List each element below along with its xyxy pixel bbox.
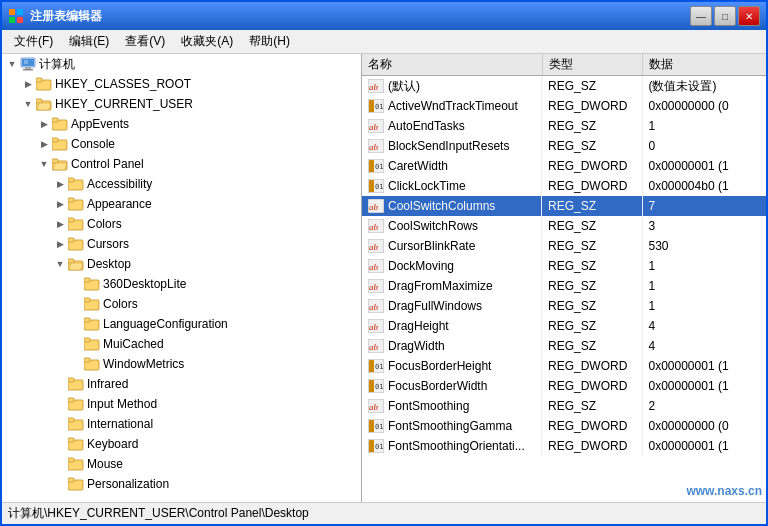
menu-item[interactable]: 编辑(E)	[61, 31, 117, 52]
tree-item[interactable]: ▶ Cursors	[2, 234, 361, 254]
expand-icon[interactable]: ▶	[52, 236, 68, 252]
table-row[interactable]: ab AutoEndTasksREG_SZ1	[362, 116, 766, 136]
tree-item-label: 计算机	[39, 56, 75, 73]
table-row[interactable]: ab DragFromMaximizeREG_SZ1	[362, 276, 766, 296]
tree-item[interactable]: 360DesktopLite	[2, 274, 361, 294]
ab-icon: ab	[368, 79, 386, 93]
tree-item[interactable]: ▼ HKEY_CURRENT_USER	[2, 94, 361, 114]
tree-item[interactable]: ▶ AppEvents	[2, 114, 361, 134]
table-row[interactable]: ab (默认)REG_SZ(数值未设置)	[362, 76, 766, 97]
expand-icon[interactable]	[68, 276, 84, 292]
cell-type: REG_SZ	[542, 296, 642, 316]
tree-item[interactable]: Colors	[2, 294, 361, 314]
column-header-2[interactable]: 数据	[642, 54, 766, 76]
expand-icon[interactable]	[52, 416, 68, 432]
table-row[interactable]: 01 FontSmoothingGammaREG_DWORD0x00000000…	[362, 416, 766, 436]
tree-item[interactable]: Input Method	[2, 394, 361, 414]
table-row[interactable]: ab DragFullWindowsREG_SZ1	[362, 296, 766, 316]
tree-item[interactable]: ▶ Accessibility	[2, 174, 361, 194]
tree-item[interactable]: ▼ Desktop	[2, 254, 361, 274]
tree-item[interactable]: MuiCached	[2, 334, 361, 354]
tree-item[interactable]: Personalization	[2, 474, 361, 494]
expand-icon[interactable]: ▼	[20, 96, 36, 112]
expand-icon[interactable]	[68, 356, 84, 372]
svg-rect-19	[52, 159, 58, 163]
expand-icon[interactable]	[52, 476, 68, 492]
tree-item[interactable]: ▶ Colors	[2, 214, 361, 234]
expand-icon[interactable]: ▶	[20, 76, 36, 92]
maximize-button[interactable]: □	[714, 6, 736, 26]
expand-icon[interactable]: ▶	[52, 196, 68, 212]
expand-icon[interactable]: ▶	[52, 176, 68, 192]
table-row[interactable]: 01 FocusBorderWidthREG_DWORD0x00000001 (…	[362, 376, 766, 396]
expand-icon[interactable]: ▼	[4, 56, 20, 72]
expand-icon[interactable]: ▶	[36, 116, 52, 132]
tree-item[interactable]: WindowMetrics	[2, 354, 361, 374]
table-row[interactable]: 01 ActiveWndTrackTimeoutREG_DWORD0x00000…	[362, 96, 766, 116]
expand-icon[interactable]: ▼	[52, 256, 68, 272]
menu-item[interactable]: 帮助(H)	[241, 31, 298, 52]
expand-icon[interactable]	[52, 376, 68, 392]
minimize-button[interactable]: —	[690, 6, 712, 26]
svg-text:ab: ab	[369, 322, 379, 332]
table-row[interactable]: 01 ClickLockTimeREG_DWORD0x000004b0 (1	[362, 176, 766, 196]
close-button[interactable]: ✕	[738, 6, 760, 26]
expand-icon[interactable]	[68, 316, 84, 332]
table-row[interactable]: ab DockMovingREG_SZ1	[362, 256, 766, 276]
table-row[interactable]: ab CursorBlinkRateREG_SZ530	[362, 236, 766, 256]
table-row[interactable]: ab DragWidthREG_SZ4	[362, 336, 766, 356]
tree-item[interactable]: International	[2, 414, 361, 434]
expand-icon[interactable]: ▼	[36, 156, 52, 172]
svg-text:01: 01	[375, 103, 383, 111]
title-bar: 注册表编辑器 — □ ✕	[2, 2, 766, 30]
tree-item[interactable]: ▼ Control Panel	[2, 154, 361, 174]
cell-name: ab DragWidth	[362, 336, 542, 356]
tree-item[interactable]: ▼ 计算机	[2, 54, 361, 74]
menu-item[interactable]: 查看(V)	[117, 31, 173, 52]
expand-icon[interactable]	[68, 296, 84, 312]
tree-item-label: WindowMetrics	[103, 357, 184, 371]
svg-rect-26	[68, 218, 74, 222]
value-name: AutoEndTasks	[388, 119, 465, 133]
value-name: FontSmoothingGamma	[388, 419, 512, 433]
tree-item[interactable]: Infrared	[2, 374, 361, 394]
cell-type: REG_DWORD	[542, 416, 642, 436]
tree-item[interactable]: ▶ Appearance	[2, 194, 361, 214]
table-row[interactable]: 01 FocusBorderHeightREG_DWORD0x00000001 …	[362, 356, 766, 376]
ab-icon: ab	[368, 319, 386, 333]
svg-rect-97	[369, 440, 374, 452]
table-row[interactable]: 01 CaretWidthREG_DWORD0x00000001 (1	[362, 156, 766, 176]
svg-rect-37	[84, 318, 90, 322]
expand-icon[interactable]: ▶	[36, 136, 52, 152]
registry-tree[interactable]: ▼ 计算机▶ HKEY_CLASSES_ROOT▼ HKEY_CURRENT_U…	[2, 54, 362, 502]
expand-icon[interactable]	[52, 396, 68, 412]
table-row[interactable]: 01 FontSmoothingOrientati...REG_DWORD0x0…	[362, 436, 766, 456]
tree-item[interactable]: Mouse	[2, 454, 361, 474]
tree-item[interactable]: ▶ Console	[2, 134, 361, 154]
tree-item[interactable]: ▶ HKEY_CLASSES_ROOT	[2, 74, 361, 94]
svg-rect-5	[25, 67, 31, 69]
folder-icon	[84, 297, 100, 311]
expand-icon[interactable]	[52, 456, 68, 472]
cell-type: REG_SZ	[542, 76, 642, 97]
svg-rect-49	[68, 438, 74, 442]
table-row[interactable]: ab CoolSwitchRowsREG_SZ3	[362, 216, 766, 236]
tree-item[interactable]: LanguageConfiguration	[2, 314, 361, 334]
table-row[interactable]: ab BlockSendInputResetsREG_SZ0	[362, 136, 766, 156]
table-row[interactable]: ab FontSmoothingREG_SZ2	[362, 396, 766, 416]
folder-icon	[68, 257, 84, 271]
folder-icon	[68, 477, 84, 491]
column-header-0[interactable]: 名称	[362, 54, 542, 76]
tree-item[interactable]: Keyboard	[2, 434, 361, 454]
expand-icon[interactable]	[52, 436, 68, 452]
expand-icon[interactable]: ▶	[52, 216, 68, 232]
table-header: 名称类型数据	[362, 54, 766, 76]
menu-item[interactable]: 收藏夹(A)	[173, 31, 241, 52]
svg-rect-86	[369, 360, 374, 372]
column-header-1[interactable]: 类型	[542, 54, 642, 76]
table-row[interactable]: ab CoolSwitchColumnsREG_SZ7	[362, 196, 766, 216]
table-scroll-area[interactable]: 名称类型数据 ab (默认)REG_SZ(数值未设置) 01 ActiveWnd…	[362, 54, 766, 502]
expand-icon[interactable]	[68, 336, 84, 352]
menu-item[interactable]: 文件(F)	[6, 31, 61, 52]
table-row[interactable]: ab DragHeightREG_SZ4	[362, 316, 766, 336]
